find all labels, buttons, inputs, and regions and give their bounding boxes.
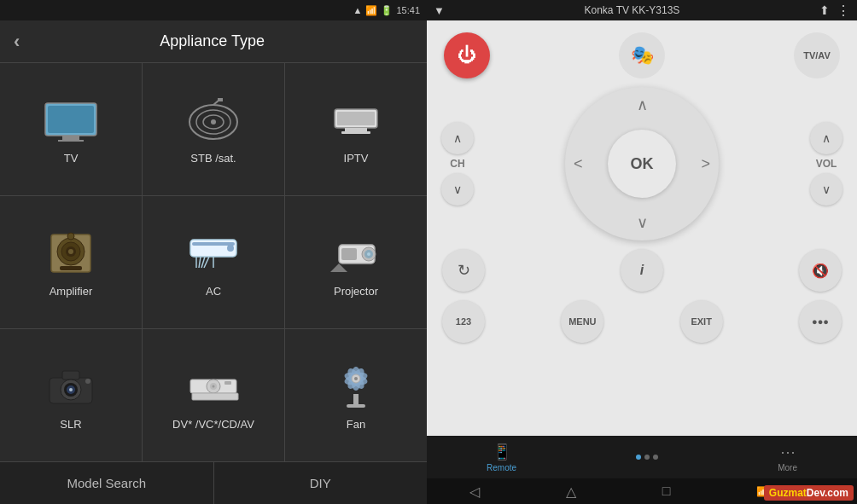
svg-rect-49: [347, 404, 365, 408]
appliance-slr[interactable]: SLR: [0, 329, 142, 461]
dot-2: [644, 455, 650, 460]
appliance-projector[interactable]: Projector: [285, 196, 427, 328]
dpad-down-button[interactable]: ∨: [637, 213, 648, 232]
info-icon: i: [640, 263, 644, 278]
remote-tab[interactable]: 📱 Remote: [487, 443, 516, 472]
appliance-ac[interactable]: AC: [143, 196, 284, 328]
action-row-1: ↻ i 🔇: [435, 249, 848, 292]
page-title: Appliance Type: [37, 32, 388, 50]
share-icon[interactable]: ⬆: [819, 3, 830, 17]
power-button[interactable]: ⏻: [444, 32, 490, 78]
appliance-fan[interactable]: Fan: [285, 329, 427, 461]
appliance-dvd-label: DV* /VC*/CD/AV: [172, 418, 254, 431]
exit-button[interactable]: EXIT: [680, 300, 723, 343]
logo-button[interactable]: 🎭: [619, 32, 665, 78]
svg-point-28: [227, 245, 234, 252]
dpad-left-button[interactable]: <: [574, 155, 583, 173]
svg-point-56: [354, 377, 358, 380]
back-button[interactable]: ‹: [14, 31, 20, 53]
vol-up-button[interactable]: ∧: [810, 122, 842, 154]
ch-up-button[interactable]: ∧: [441, 122, 474, 154]
status-bar-right: ▼ Konka TV KK-Y313S ⬆ ⋮: [427, 0, 857, 20]
vol-up-icon: ∧: [822, 131, 831, 145]
svg-point-7: [211, 119, 216, 125]
svg-rect-12: [345, 128, 367, 131]
watermark-suffix: Dev.com: [807, 487, 848, 499]
remote-top-row: ⏻ 🎭 TV/AV: [435, 32, 848, 78]
nav-area: ∧ CH ∨ ∧ ∨ < > OK ∧ VOL: [435, 87, 848, 240]
btn-123[interactable]: 123: [442, 300, 485, 343]
appliance-stb-label: STB /sat.: [190, 152, 236, 165]
mute-icon: 🔇: [812, 263, 829, 279]
svg-point-41: [85, 379, 90, 384]
appliance-stb[interactable]: STB /sat.: [143, 63, 284, 195]
tvav-button[interactable]: TV/AV: [794, 32, 840, 78]
appliance-iptv[interactable]: IPTV: [285, 63, 427, 195]
exit-label: EXIT: [691, 316, 711, 327]
amplifier-icon: [41, 227, 101, 278]
remote-tab-icon: 📱: [493, 443, 511, 461]
btn-123-label: 123: [456, 316, 471, 327]
bottom-bar-left: Model Search DIY: [0, 461, 427, 504]
dot-1: [636, 455, 641, 460]
mute-button[interactable]: 🔇: [799, 249, 842, 292]
remote-control-area: ⏻ 🎭 TV/AV ∧ CH ∨ ∧ ∨: [427, 20, 857, 436]
ok-button[interactable]: OK: [608, 130, 676, 198]
stb-icon: [184, 94, 243, 145]
status-bar-left: ▲ 📶 🔋 15:41: [0, 0, 427, 20]
ch-label: CH: [450, 158, 464, 170]
tv-icon: [41, 94, 101, 145]
appliance-dvd[interactable]: DV* /VC*/CD/AV: [143, 329, 284, 461]
right-header-title-status: Konka TV KK-Y313S: [445, 4, 819, 16]
svg-point-32: [367, 252, 370, 256]
fan-icon: [326, 360, 386, 411]
appliance-iptv-label: IPTV: [344, 152, 369, 165]
appliance-ac-label: AC: [206, 285, 221, 298]
vol-controls: ∧ VOL ∨: [807, 122, 845, 206]
svg-rect-20: [60, 266, 82, 270]
dpad: ∧ ∨ < > OK: [565, 87, 719, 240]
dpad-up-button[interactable]: ∧: [637, 96, 648, 114]
more-icon[interactable]: ⋮: [837, 3, 850, 19]
appliance-amplifier[interactable]: Amplifier: [0, 196, 142, 328]
menu-label: MENU: [568, 316, 596, 327]
model-search-button[interactable]: Model Search: [0, 462, 214, 504]
home-sys-button[interactable]: △: [566, 484, 576, 500]
recent-sys-button[interactable]: □: [662, 484, 671, 499]
more-dots-button[interactable]: ●●●: [799, 300, 842, 343]
svg-point-40: [69, 388, 73, 391]
svg-point-45: [213, 385, 215, 387]
vol-down-button[interactable]: ∨: [810, 173, 842, 206]
more-tab-label: More: [778, 463, 797, 472]
ch-down-button[interactable]: ∨: [441, 173, 474, 206]
dvd-icon: [184, 360, 243, 411]
svg-rect-22: [192, 242, 235, 246]
refresh-button[interactable]: ↻: [442, 249, 485, 292]
remote-tab-label: Remote: [487, 463, 516, 472]
status-icon-left: ▼: [434, 4, 445, 17]
header-left: ‹ Appliance Type: [0, 20, 427, 63]
diy-button[interactable]: DIY: [214, 462, 428, 504]
svg-marker-34: [330, 264, 347, 272]
dpad-right-button[interactable]: >: [701, 155, 710, 173]
svg-rect-33: [341, 248, 357, 260]
appliance-tv[interactable]: TV: [0, 63, 142, 195]
ch-up-icon: ∧: [453, 131, 462, 145]
more-dots-label: ●●●: [812, 316, 829, 327]
refresh-icon: ↻: [458, 261, 470, 280]
svg-rect-2: [62, 136, 79, 140]
logo-icon: 🎭: [631, 44, 654, 67]
iptv-icon: [326, 94, 386, 145]
ch-controls: ∧ CH ∨: [439, 122, 476, 206]
more-tab[interactable]: ⋯ More: [778, 443, 797, 472]
dots-indicator: [636, 455, 658, 460]
info-button[interactable]: i: [621, 249, 663, 292]
watermark: GuzmatDev.com: [764, 485, 854, 501]
svg-rect-1: [48, 106, 94, 133]
svg-point-19: [67, 233, 74, 240]
back-sys-button[interactable]: ◁: [469, 484, 480, 500]
action-row-2: 123 MENU EXIT ●●●: [435, 300, 848, 343]
svg-rect-3: [58, 140, 84, 142]
menu-button[interactable]: MENU: [561, 300, 603, 343]
slr-icon: [41, 360, 101, 411]
